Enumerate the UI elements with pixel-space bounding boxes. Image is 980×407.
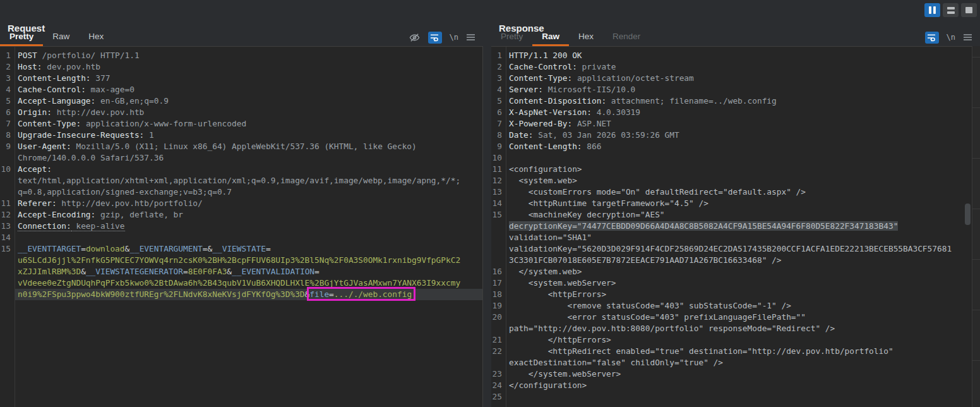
code-line: 5Content-Disposition: attachment; filena… (491, 95, 972, 107)
word-wrap-toggle[interactable] (428, 32, 442, 44)
code-line: 18 <httpErrors> (491, 289, 972, 300)
code-line: xZJJImlRBM%3D&__VIEWSTATEGENERATOR=8E0F0… (0, 266, 482, 277)
code-line: 9Content-Length: 866 (491, 141, 972, 152)
tab-hex[interactable]: Hex (569, 28, 603, 46)
line-number: 16 (491, 266, 506, 277)
line-number (491, 221, 506, 232)
code-line: exactDestination="false" childOnly="true… (491, 357, 972, 368)
code-line: 11<configuration> (491, 164, 972, 175)
code-line: 3Content-Length: 377 (0, 73, 482, 84)
line-number: 6 (0, 107, 15, 118)
code-line: 17 <system.webServer> (491, 277, 972, 289)
response-tabs: PrettyRawHexRender (491, 28, 650, 46)
tab-raw[interactable]: Raw (532, 28, 569, 46)
code-line: 11Referer: http://dev.pov.htb/portfolio/ (0, 198, 482, 209)
word-wrap-icon (430, 33, 439, 42)
line-number: 13 (0, 221, 15, 232)
line-number: 4 (491, 84, 506, 95)
line-number: 24 (491, 380, 506, 391)
request-tabbar: PrettyRawHex \n (0, 28, 483, 46)
code-line: text/html,application/xhtml+xml,applicat… (0, 175, 482, 186)
code-line: 9User-Agent: Mozilla/5.0 (X11; Linux x86… (0, 141, 482, 152)
line-number: 25 (491, 391, 506, 403)
line-number: 3 (0, 73, 15, 84)
line-number: 19 (491, 300, 506, 312)
code-line: 3Content-Type: application/octet-stream (491, 73, 972, 84)
tab-pretty[interactable]: Pretty (491, 28, 532, 46)
code-line: 20 <error statusCode="403" prefixLanguag… (491, 312, 972, 323)
response-scrollbar[interactable] (972, 46, 980, 407)
line-number: 17 (491, 277, 506, 289)
line-number (0, 255, 15, 266)
code-line: 1HTTP/1.1 200 OK (491, 50, 972, 61)
code-line: Chrome/140.0.0.0 Safari/537.36 (0, 152, 482, 164)
show-newlines-toggle[interactable]: \n (450, 33, 458, 42)
show-newlines-toggle[interactable]: \n (947, 33, 955, 42)
hide-matches-eye-icon[interactable] (409, 32, 421, 43)
line-number: 1 (491, 50, 506, 61)
code-line: 12 <system.web> (491, 175, 972, 186)
hamburger-icon (466, 33, 475, 41)
line-number: 6 (491, 107, 506, 118)
line-number: 2 (491, 61, 506, 73)
code-line: 19 <remove statusCode="403" subStatusCod… (491, 300, 972, 312)
response-code: 1HTTP/1.1 200 OK2Cache-Control: private3… (491, 47, 972, 403)
line-number: 3 (491, 73, 506, 84)
line-number (0, 152, 15, 164)
line-number: 14 (0, 232, 15, 243)
line-number: 5 (491, 95, 506, 107)
request-panel: Request PrettyRawHex \n (0, 0, 483, 407)
code-line: 1POST /portfolio/ HTTP/1.1 (0, 50, 482, 61)
code-line: 10Accept: (0, 164, 482, 175)
code-line: 14 <httpRuntime targetFramework="4.5" /> (491, 198, 972, 209)
line-number (491, 232, 506, 243)
line-number: 13 (491, 186, 506, 198)
line-number: 1 (0, 50, 15, 61)
code-line: vVdeee0eZtgNDUqhPqPFxb5kwo0%2BtDAwa6h%2B… (0, 277, 482, 289)
code-line: n0i9%2FSpu3ppwo4bkW900ztfUREgr%2FLNdvK8x… (0, 289, 482, 300)
code-line: 14 (0, 232, 482, 243)
code-line: 2Host: dev.pov.htb (0, 61, 482, 73)
line-number (0, 266, 15, 277)
line-number: 14 (491, 198, 506, 209)
line-number (491, 243, 506, 255)
line-number (491, 255, 506, 266)
line-number: 11 (491, 164, 506, 175)
code-line: q=0.8,application/signed-exchange;v=b3;q… (0, 186, 482, 198)
code-line: 23 </system.webServer> (491, 368, 972, 380)
line-number: 9 (491, 141, 506, 152)
line-number (491, 323, 506, 334)
line-number: 20 (491, 312, 506, 323)
code-line: 8Upgrade-Insecure-Requests: 1 (0, 130, 482, 141)
line-number (491, 357, 506, 368)
line-number (0, 277, 15, 289)
code-line: 10 (491, 152, 972, 164)
code-line: decryptionKey="74477CEBDD09D66A4D4A8C8B5… (491, 221, 972, 232)
code-line: 15 <machineKey decryption="AES" (491, 209, 972, 221)
line-number: 23 (491, 368, 506, 380)
response-editor[interactable]: 1HTTP/1.1 200 OK2Cache-Control: private3… (491, 46, 972, 407)
editor-menu-button[interactable] (963, 33, 972, 41)
code-line: 12Accept-Encoding: gzip, deflate, br (0, 209, 482, 221)
code-line: 5Accept-Language: en-GB,en;q=0.9 (0, 95, 482, 107)
word-wrap-icon (927, 33, 936, 42)
code-line: 24</configuration> (491, 380, 972, 391)
code-line: 16 </system.web> (491, 266, 972, 277)
word-wrap-toggle[interactable] (925, 32, 939, 44)
line-number: 4 (0, 84, 15, 95)
code-line: validation="SHA1" (491, 232, 972, 243)
line-number: 5 (0, 95, 15, 107)
editor-menu-button[interactable] (466, 33, 475, 41)
tab-raw[interactable]: Raw (43, 28, 79, 46)
response-scrollbar-thumb[interactable] (965, 204, 971, 225)
tab-render[interactable]: Render (603, 28, 650, 46)
tab-hex[interactable]: Hex (79, 28, 113, 46)
annotation-highlight-box: file=..././web.config (309, 289, 412, 299)
line-number: 9 (0, 141, 15, 152)
code-line: 8Date: Sat, 03 Jan 2026 03:59:26 GMT (491, 130, 972, 141)
code-line: 2Cache-Control: private (491, 61, 972, 73)
line-number: 12 (0, 209, 15, 221)
response-panel: Response PrettyRawHexRender \n 1HTTP/1.1… (491, 0, 980, 407)
request-editor[interactable]: 1POST /portfolio/ HTTP/1.12Host: dev.pov… (0, 46, 483, 407)
tab-pretty[interactable]: Pretty (0, 28, 43, 46)
